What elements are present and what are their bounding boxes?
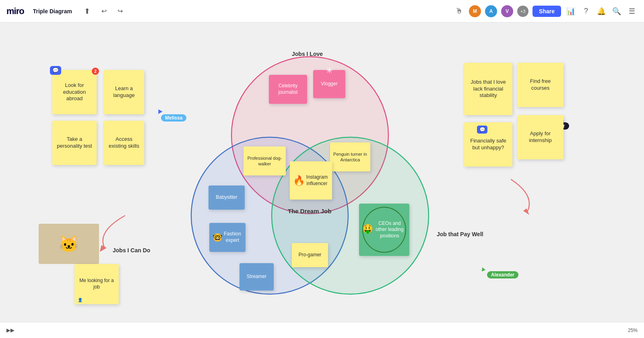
venn-center-label: The Dream Job <box>288 208 331 214</box>
notification-badge: 2 <box>92 68 99 75</box>
sticky-babysitter[interactable]: Babysitter <box>208 185 245 210</box>
svg-marker-4 <box>100 245 107 252</box>
sticky-penguin[interactable]: Penguin turner in Antarctica <box>330 142 370 171</box>
sticky-ceo[interactable]: 🤑 CEOs and other leading positions <box>359 204 409 256</box>
undo-button[interactable]: ↩ <box>99 6 110 17</box>
search-icon[interactable]: 🔍 <box>611 6 622 17</box>
alexander-cursor <box>481 267 485 271</box>
cursor-icon[interactable]: 🖱 <box>454 6 465 17</box>
redo-button[interactable]: ↪ <box>115 6 126 17</box>
upload-button[interactable]: ⬆ <box>81 5 94 18</box>
sticky-progamer[interactable]: Pro-gamer <box>292 243 328 267</box>
expand-icon[interactable]: ▶▶ <box>6 327 14 333</box>
board-title[interactable]: Triple Diagram <box>29 6 76 16</box>
sticky-me-looking[interactable]: Me looking for a job 👤 <box>74 264 119 304</box>
sticky-look-education[interactable]: 💬 2 Look for education abroad <box>52 70 97 114</box>
topbar-right: 🖱 M A V +3 Share 📊 ? 🔔 🔍 ☰ <box>454 5 638 17</box>
sticky-access-skills[interactable]: Access existing skills <box>104 121 144 165</box>
avatar-1: M <box>469 5 481 17</box>
melissa-cursor <box>156 108 162 114</box>
chat-icon-2: 💬 <box>477 126 487 134</box>
sticky-personality-test[interactable]: Take a personality test <box>52 121 97 165</box>
sticky-professional[interactable]: Professional dog-walker <box>244 146 286 175</box>
chat-icon: 💬 <box>50 66 61 75</box>
sticky-celebrity[interactable]: Celebrity journalist <box>269 75 307 104</box>
sticky-vlogger[interactable]: ✳ Vlogger <box>313 70 345 98</box>
share-button[interactable]: Share <box>533 6 561 17</box>
menu-icon[interactable]: ☰ <box>626 6 638 17</box>
sticky-learn-language[interactable]: Learn a language <box>104 70 144 114</box>
venn-label-love: Jobs I Love <box>292 51 323 57</box>
avatar-count: +3 <box>517 6 528 17</box>
miro-logo: miro <box>6 6 24 16</box>
sticky-fashion[interactable]: 🤓 Fashion expert <box>209 223 246 252</box>
alexander-cursor-label: Alexander <box>487 271 518 278</box>
zoom-level: 25% <box>628 328 638 333</box>
topbar: miro Triple Diagram ⬆ ↩ ↪ 🖱 M A V +3 Sha… <box>0 0 644 23</box>
help-icon[interactable]: ? <box>580 6 592 17</box>
sticky-instagram[interactable]: 🔥 Instagram influencer <box>290 161 332 200</box>
bottombar-left: ▶▶ <box>6 327 14 333</box>
right-arrow <box>499 171 547 220</box>
ceo-oval <box>362 207 406 253</box>
canvas[interactable]: 💬 2 Look for education abroad Learn a la… <box>0 23 644 338</box>
avatar-3: V <box>501 5 513 17</box>
analytics-icon[interactable]: 📊 <box>565 6 576 17</box>
venn-diagram: Jobs I Love Celebrity journalist ✳ Vlogg… <box>173 43 447 316</box>
bottombar: ▶▶ 25% <box>0 322 644 338</box>
notification-icon[interactable]: 🔔 <box>596 6 607 17</box>
sticky-find-free-courses[interactable]: Find free courses <box>517 63 564 107</box>
sticky-apply-internship[interactable]: Apply for internship <box>517 115 564 159</box>
sticky-streamer[interactable]: Streamer <box>239 263 274 291</box>
sticky-financially-safe[interactable]: Financially safe but unhappy? <box>464 122 512 167</box>
cat-photo: 🐱 <box>39 224 99 264</box>
avatar-2: A <box>485 5 497 17</box>
sticky-jobs-lack-financial[interactable]: Jobs that I love lack financial stabilit… <box>464 63 512 115</box>
label-pay-well: Job that Pay Well <box>437 231 483 237</box>
